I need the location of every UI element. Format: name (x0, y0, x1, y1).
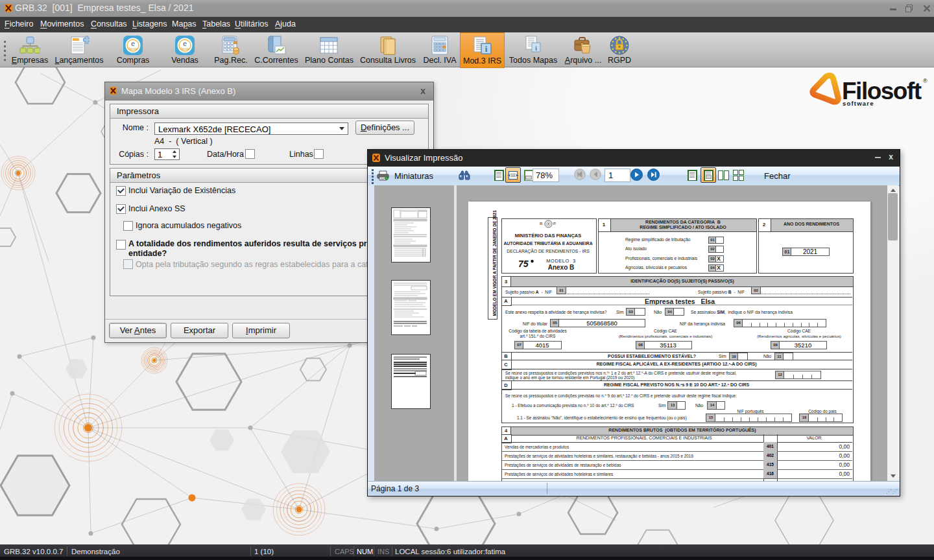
svg-text:75: 75 (518, 259, 529, 268)
svg-text:i: i (535, 44, 537, 52)
svg-text:fatura: fatura (129, 47, 138, 51)
svg-text:i: i (485, 44, 487, 54)
svg-text:fatura: fatura (181, 47, 189, 51)
svg-text:®: ® (923, 78, 928, 84)
svg-text:software: software (843, 100, 874, 107)
